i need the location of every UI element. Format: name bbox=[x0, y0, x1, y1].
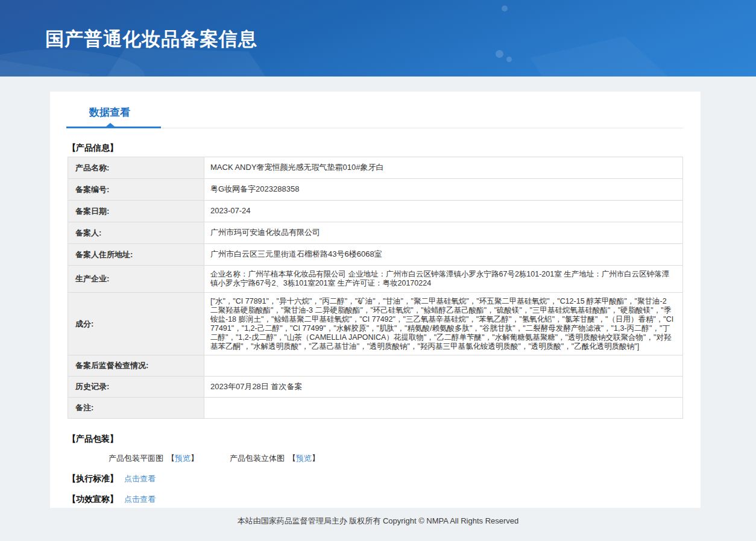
row-value: 企业名称：广州芊植本草化妆品有限公司 企业地址：广州市白云区钟落潭镇小罗永宁路6… bbox=[204, 266, 683, 293]
row-value: MACK ANDY奢宠恒颜光感无瑕气垫霜010#象牙白 bbox=[204, 157, 683, 179]
tab-data-view[interactable]: 数据查看 bbox=[89, 105, 130, 119]
row-label: 备注: bbox=[68, 398, 204, 419]
packaging-flat-preview-link[interactable]: 预览 bbox=[175, 453, 191, 464]
row-value: 2023-07-24 bbox=[204, 201, 683, 222]
banner-decor-polygon bbox=[531, 36, 687, 77]
efficacy-view-link[interactable]: 点击查看 bbox=[124, 494, 156, 505]
row-label: 备案后监督检查情况: bbox=[68, 355, 204, 377]
standards-row: 【执行标准】 点击查看 bbox=[68, 474, 701, 484]
table-row-registrant-address: 备案人住所地址: 广州市白云区三元里街道石榴桥路43号6楼6068室 bbox=[68, 244, 683, 266]
section-title-efficacy: 【功效宣称】 bbox=[68, 494, 118, 505]
row-value: 广州市白云区三元里街道石榴桥路43号6楼6068室 bbox=[204, 244, 683, 266]
section-title-standards: 【执行标准】 bbox=[68, 474, 118, 484]
row-label: 备案日期: bbox=[68, 201, 204, 222]
table-row-record-number: 备案编号: 粤G妆网备字2023288358 bbox=[68, 179, 683, 201]
row-label: 成分: bbox=[68, 293, 204, 355]
table-row-product-name: 产品名称: MACK ANDY奢宠恒颜光感无瑕气垫霜010#象牙白 bbox=[68, 157, 683, 179]
content-card: 数据查看 【产品信息】 产品名称: MACK ANDY奢宠恒颜光感无瑕气垫霜01… bbox=[50, 92, 701, 508]
bracket-open: 【 bbox=[167, 453, 175, 464]
tab-active-indicator bbox=[66, 127, 161, 128]
product-info-table: 产品名称: MACK ANDY奢宠恒颜光感无瑕气垫霜010#象牙白 备案编号: … bbox=[68, 157, 683, 419]
packaging-flat-group: 产品包装平面图 【 预览 】 bbox=[109, 453, 198, 464]
row-label: 历史记录: bbox=[68, 377, 204, 398]
banner-decor-dot bbox=[496, 50, 503, 58]
bracket-open: 【 bbox=[288, 453, 296, 464]
section-title-product-info: 【产品信息】 bbox=[68, 143, 701, 154]
row-value bbox=[204, 355, 683, 377]
bracket-close: 】 bbox=[312, 453, 320, 464]
row-value: 广州市玛可安迪化妆品有限公司 bbox=[204, 222, 683, 244]
row-label: 生产企业: bbox=[68, 266, 204, 293]
packaging-stereo-preview-link[interactable]: 预览 bbox=[296, 453, 312, 464]
packaging-stereo-label: 产品包装立体图 bbox=[230, 453, 285, 464]
page-header-banner: 国产普通化妆品备案信息 bbox=[0, 0, 756, 77]
tab-divider-line bbox=[161, 128, 683, 128]
tab-indicator-arrow-icon bbox=[106, 123, 115, 127]
page-footer: 本站由国家药品监督管理局主办 版权所有 Copyright © NMPA All… bbox=[0, 508, 756, 527]
table-row-history: 历史记录: 2023年07月28日 首次备案 bbox=[68, 377, 683, 398]
table-row-manufacturer: 生产企业: 企业名称：广州芊植本草化妆品有限公司 企业地址：广州市白云区钟落潭镇… bbox=[68, 266, 683, 293]
table-row-supervision: 备案后监督检查情况: bbox=[68, 355, 683, 377]
row-value: 2023年07月28日 首次备案 bbox=[204, 377, 683, 398]
page-title: 国产普通化妆品备案信息 bbox=[45, 27, 257, 52]
table-row-record-date: 备案日期: 2023-07-24 bbox=[68, 201, 683, 222]
row-value bbox=[204, 398, 683, 419]
table-row-ingredients: 成分: ["水"，"CI 77891"，"异十六烷"，"丙二醇"，"矿油"，"甘… bbox=[68, 293, 683, 355]
packaging-links-row: 产品包装平面图 【 预览 】 产品包装立体图 【 预览 】 bbox=[109, 453, 701, 464]
standards-view-link[interactable]: 点击查看 bbox=[124, 474, 156, 484]
row-label: 备案人住所地址: bbox=[68, 244, 204, 266]
row-label: 产品名称: bbox=[68, 157, 204, 179]
banner-decor-dot bbox=[506, 57, 512, 62]
row-label: 备案人: bbox=[68, 222, 204, 244]
section-title-packaging: 【产品包装】 bbox=[68, 434, 701, 445]
banner-decor-dot bbox=[502, 5, 508, 11]
table-row-registrant: 备案人: 广州市玛可安迪化妆品有限公司 bbox=[68, 222, 683, 244]
row-value: 粤G妆网备字2023288358 bbox=[204, 179, 683, 201]
packaging-stereo-group: 产品包装立体图 【 预览 】 bbox=[230, 453, 320, 464]
packaging-flat-label: 产品包装平面图 bbox=[109, 453, 163, 464]
tab-underline bbox=[50, 127, 701, 128]
efficacy-row: 【功效宣称】 点击查看 bbox=[68, 494, 701, 505]
bracket-close: 】 bbox=[191, 453, 198, 464]
table-row-remarks: 备注: bbox=[68, 398, 683, 419]
row-label: 备案编号: bbox=[68, 179, 204, 201]
row-value: ["水"，"CI 77891"，"异十六烷"，"丙二醇"，"矿油"，"甘油"，"… bbox=[204, 293, 683, 355]
